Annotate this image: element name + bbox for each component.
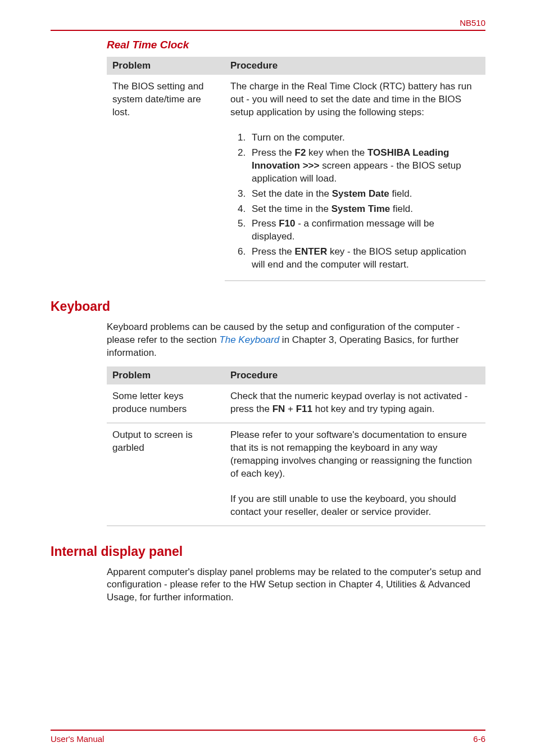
rtc-step-4b: System Time	[331, 203, 390, 214]
rtc-problem: The BIOS setting and system date/time ar…	[107, 75, 225, 281]
keyboard-row2-proc: Please refer to your software's document…	[225, 423, 485, 487]
rtc-step-6: Press the ENTER key - the BIOS setup app…	[248, 246, 480, 271]
keyboard-intro-link[interactable]: The Keyboard	[219, 334, 279, 345]
display-intro: Apparent computer's display panel proble…	[107, 566, 485, 605]
rtc-step-3: Set the date in the System Date field.	[248, 188, 480, 201]
rtc-step-3b: System Date	[332, 188, 389, 199]
rtc-step-5b: F10	[279, 218, 295, 229]
keyboard-row1-b: FN	[272, 404, 285, 414]
keyboard-th-problem: Problem	[107, 366, 225, 384]
keyboard-table: Problem Procedure Some letter keys produ…	[107, 366, 485, 526]
rtc-step-5: Press F10 - a confirmation message will …	[248, 218, 480, 243]
keyboard-row2-problem: Output to screen is garbled	[107, 423, 225, 526]
header-doc-id: NB510	[460, 18, 485, 30]
rtc-step-1: Turn on the computer.	[248, 132, 480, 144]
footer: User's Manual 6-6	[51, 730, 485, 744]
rtc-step-3c: field.	[389, 188, 412, 199]
footer-right: 6-6	[473, 734, 485, 744]
keyboard-intro: Keyboard problems can be caused by the s…	[107, 321, 485, 360]
rtc-steps-list: Turn on the computer. Press the F2 key w…	[230, 132, 480, 271]
rtc-step-2: Press the F2 key when the TOSHIBA Leadin…	[248, 147, 480, 185]
rtc-step-2b: F2	[295, 147, 306, 158]
keyboard-row3-proc: If you are still unable to use the keybo…	[225, 487, 485, 526]
keyboard-row1-d: F11	[296, 404, 312, 414]
rtc-step-6b: ENTER	[295, 246, 328, 257]
keyboard-row1-proc: Check that the numeric keypad overlay is…	[225, 384, 485, 423]
rtc-step-4: Set the time in the System Time field.	[248, 203, 480, 216]
footer-left: User's Manual	[51, 734, 104, 744]
keyboard-th-procedure: Procedure	[225, 366, 485, 384]
rtc-heading: Real Time Clock	[107, 39, 485, 51]
rtc-step-4c: field.	[390, 203, 413, 214]
keyboard-row1-problem: Some letter keys produce numbers	[107, 384, 225, 423]
keyboard-row1-e: hot key and try typing again.	[312, 404, 434, 414]
rtc-procedure-intro: The charge in the Real Time Clock (RTC) …	[225, 75, 485, 126]
rtc-step-6a: Press the	[252, 246, 295, 257]
rtc-step-5a: Press	[252, 218, 279, 229]
rtc-step-2a: Press the	[252, 147, 295, 158]
rtc-th-problem: Problem	[107, 57, 225, 75]
rtc-th-procedure: Procedure	[225, 57, 485, 75]
rtc-step-4a: Set the time in the	[252, 203, 331, 214]
keyboard-row1-c: +	[285, 404, 296, 414]
rtc-table: Problem Procedure The BIOS setting and s…	[107, 57, 485, 281]
rtc-step-2c: key when the	[306, 147, 367, 158]
keyboard-heading: Keyboard	[51, 299, 485, 314]
display-heading: Internal display panel	[51, 544, 485, 559]
header-rule	[51, 30, 485, 31]
rtc-step-3a: Set the date in the	[252, 188, 332, 199]
rtc-steps-cell: Turn on the computer. Press the F2 key w…	[225, 126, 485, 281]
